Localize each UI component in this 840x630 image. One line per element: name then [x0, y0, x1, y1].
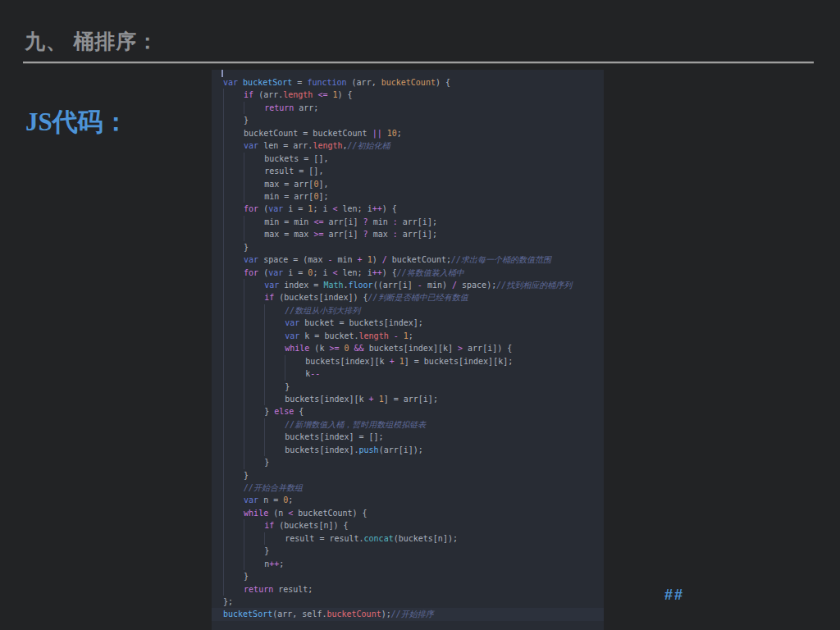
indent-guide: [244, 456, 264, 468]
code-token-prop: length: [313, 141, 342, 150]
code-token-pl: n =: [258, 495, 283, 504]
code-token-pl: min = arr[: [264, 192, 313, 201]
code-line: var k = bucket.length - 1;: [223, 330, 604, 342]
code-token-st: var: [268, 204, 283, 213]
code-token-cm: //新增数值入桶，暂时用数组模拟链表: [285, 420, 426, 429]
code-token-kw: >=: [329, 344, 339, 353]
indent-guide: [244, 178, 264, 190]
indent-guide: [223, 203, 244, 215]
indent-guide: [264, 317, 285, 329]
code-token-pl: (: [258, 204, 268, 213]
code-token-cm: //将数值装入桶中: [397, 268, 464, 277]
code-token-st: var: [285, 318, 299, 327]
code-token-pl: };: [223, 597, 233, 606]
code-token-pl: }: [244, 243, 249, 252]
code-token-pl: }: [264, 407, 274, 416]
indent-guide: [244, 165, 264, 177]
code-token-cm: //开始排序: [391, 609, 434, 619]
code-token-pl: buckets[index][k]: [364, 344, 458, 353]
code-line: var space = (max - min + 1) / bucketCoun…: [223, 253, 604, 266]
indent-guide: [264, 532, 285, 545]
code-token-pl: space);: [457, 281, 496, 290]
code-editor-screenshot: var bucketSort = function (arr, bucketCo…: [212, 70, 604, 630]
code-line: }: [223, 456, 604, 468]
indent-guide: [223, 153, 244, 165]
code-line: if (buckets[n]) {: [223, 519, 604, 532]
code-token-pl: arr[i]: [323, 217, 363, 226]
indent-guide: [223, 431, 244, 443]
code-token-pl: ): [372, 255, 382, 264]
indent-guide: [285, 368, 305, 380]
indent-guide: [223, 114, 244, 126]
code-line: k--: [223, 368, 604, 380]
code-token-kw: else: [274, 407, 294, 416]
code-line: min = min <= arr[i] ? min : arr[i];: [223, 216, 604, 228]
code-token-pl: (buckets[n]) {: [274, 521, 348, 530]
code-line: };: [223, 596, 604, 608]
indent-guide: [223, 317, 244, 329]
code-line: var len = arr.length,//初始化桶: [223, 139, 604, 152]
code-token-pl: ];: [318, 192, 328, 201]
code-token-st: var: [264, 281, 279, 290]
code-line: for (var i = 1; i < len; i++) {: [223, 203, 604, 215]
code-token-fn: bucketSort: [243, 78, 292, 87]
code-token-cm: //开始合并数组: [244, 483, 303, 492]
code-token-pl: ; i: [313, 204, 332, 213]
code-token-pl: }: [244, 471, 249, 480]
title-divider: [23, 62, 814, 64]
code-token-pl: ) {: [436, 78, 450, 87]
indent-guide: [223, 469, 244, 482]
code-token-pl: (: [258, 268, 268, 277]
code-line: while (n < bucketCount) {: [223, 507, 604, 519]
code-token-pl: (arr.: [253, 90, 283, 99]
code-token-kw: ++: [372, 268, 382, 277]
code-token-pl: ;: [397, 129, 402, 138]
code-token-pl: index =: [279, 281, 323, 290]
indent-guide: [244, 279, 264, 291]
indent-guide: [244, 102, 264, 114]
code-token-kw: return: [264, 103, 294, 112]
code-token-pl: ) {: [382, 204, 397, 213]
indent-guide: [264, 330, 285, 342]
indent-guide: [223, 165, 244, 177]
indent-guide: [244, 291, 264, 304]
code-token-pl: result = [],: [264, 167, 323, 176]
indent-guide: [223, 253, 244, 266]
indent-guide: [244, 190, 264, 203]
code-token-pl: min = min: [264, 217, 313, 226]
code-token-pl: (arr[i]);: [379, 445, 423, 454]
indent-guide: [244, 519, 264, 532]
code-token-pl: arr[i]: [323, 230, 363, 239]
code-token-pl: arr[i]) {: [463, 344, 512, 353]
code-token-pl: len; i: [338, 268, 372, 277]
code-token-cm: //求出每一个桶的数值范围: [451, 255, 551, 264]
code-line: bucketSort(arr, self.bucketCount);//开始排序: [212, 608, 604, 620]
code-token-num: 10: [387, 129, 397, 138]
indent-guide: [285, 355, 305, 368]
code-token-kw: >=: [313, 230, 323, 239]
code-token-pl: (buckets[index]) {: [274, 293, 368, 302]
code-line: max = arr[0],: [223, 178, 604, 190]
code-line: result = [],: [223, 165, 604, 177]
code-token-cm: //数组从小到大排列: [285, 306, 360, 315]
code-token-st: var: [244, 255, 258, 264]
indent-guide: [264, 368, 285, 380]
code-token-pl: (arr,: [347, 78, 381, 87]
indent-guide: [223, 279, 244, 291]
code-token-pl: buckets[index].: [285, 445, 358, 454]
indent-guide: [223, 216, 244, 228]
code-token-st: var: [244, 141, 258, 150]
code-token-st: var: [223, 78, 238, 87]
code-line: return result;: [223, 583, 604, 596]
code-token-kw: --: [310, 369, 320, 378]
code-token-pl: ] = arr[i];: [384, 395, 438, 404]
code-token-pl: ((arr[i]: [373, 281, 418, 290]
code-line: var index = Math.floor((arr[i] - min) / …: [223, 279, 604, 291]
code-token-bi: Math: [323, 281, 343, 290]
code-token-pl: min: [368, 217, 393, 226]
code-token-pl: bucketCount;: [387, 255, 451, 264]
code-token-pl: buckets[index][k: [285, 395, 368, 404]
code-token-kw: if: [264, 521, 274, 530]
code-token-pl: (n: [268, 509, 288, 518]
code-line: buckets[index].push(arr[i]);: [223, 444, 604, 456]
